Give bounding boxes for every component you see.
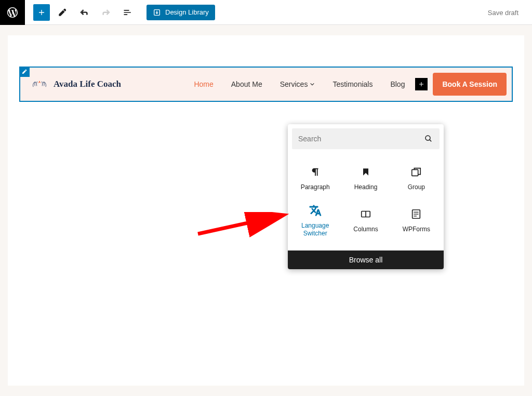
- wordpress-logo-button[interactable]: [0, 0, 25, 25]
- pencil-icon: [21, 69, 28, 75]
- search-input[interactable]: [298, 135, 424, 143]
- block-columns[interactable]: Columns: [340, 198, 391, 244]
- columns-icon: [360, 208, 371, 220]
- list-icon: [123, 7, 133, 18]
- nav-item-blog[interactable]: Blog: [390, 80, 405, 88]
- book-session-button[interactable]: Book A Session: [433, 73, 507, 96]
- inserter-blocks-grid: Paragraph Heading Group Language Switche…: [288, 153, 444, 250]
- list-view-button[interactable]: [118, 3, 137, 22]
- save-draft-button[interactable]: Save draft: [483, 6, 524, 20]
- nav-item-testimonials[interactable]: Testimonials: [332, 80, 373, 88]
- browse-all-button[interactable]: Browse all: [288, 250, 444, 269]
- site-title: Avada Life Coach: [54, 79, 121, 89]
- inserter-search: [292, 128, 440, 149]
- language-icon: [309, 204, 322, 217]
- paragraph-icon: [310, 166, 321, 178]
- block-language-switcher[interactable]: Language Switcher: [290, 198, 340, 244]
- page-frame: Avada Life Coach Home About Me Services …: [8, 35, 524, 386]
- block-heading[interactable]: Heading: [340, 160, 391, 198]
- edit-tool-button[interactable]: [53, 3, 72, 22]
- redo-button[interactable]: [97, 3, 115, 22]
- search-icon: [424, 134, 433, 143]
- heading-icon: [361, 167, 371, 177]
- library-icon: [153, 8, 161, 17]
- block-edit-handle[interactable]: [19, 67, 30, 77]
- pencil-icon: [57, 7, 68, 18]
- design-library-button[interactable]: Design Library: [147, 5, 215, 20]
- hands-logo-icon: [31, 77, 48, 91]
- design-library-label: Design Library: [165, 8, 209, 16]
- nav-item-services[interactable]: Services: [280, 80, 315, 88]
- add-block-inline-button[interactable]: [415, 78, 428, 90]
- wpforms-icon: [410, 208, 422, 220]
- nav-item-about[interactable]: About Me: [231, 80, 262, 88]
- svg-point-1: [425, 136, 430, 140]
- editor-canvas: Avada Life Coach Home About Me Services …: [0, 25, 532, 396]
- nav-item-home[interactable]: Home: [194, 80, 213, 88]
- wordpress-icon: [6, 6, 19, 19]
- plus-icon: [417, 80, 425, 88]
- svg-rect-2: [412, 169, 418, 176]
- undo-button[interactable]: [75, 3, 94, 22]
- redo-icon: [101, 7, 111, 18]
- block-group[interactable]: Group: [391, 160, 442, 198]
- undo-icon: [79, 7, 89, 18]
- site-logo[interactable]: Avada Life Coach: [31, 77, 121, 91]
- nav-menu: Home About Me Services Testimonials Blog: [194, 80, 405, 88]
- block-paragraph[interactable]: Paragraph: [290, 160, 340, 198]
- chevron-down-icon: [310, 82, 315, 87]
- site-header-block[interactable]: Avada Life Coach Home About Me Services …: [19, 67, 513, 102]
- block-wpforms[interactable]: WPForms: [391, 198, 442, 244]
- plus-icon: [36, 7, 47, 18]
- group-icon: [410, 166, 422, 178]
- block-inserter-popover: Paragraph Heading Group Language Switche…: [288, 124, 444, 269]
- add-block-button[interactable]: [33, 4, 50, 21]
- editor-toolbar: Design Library Save draft: [0, 0, 532, 25]
